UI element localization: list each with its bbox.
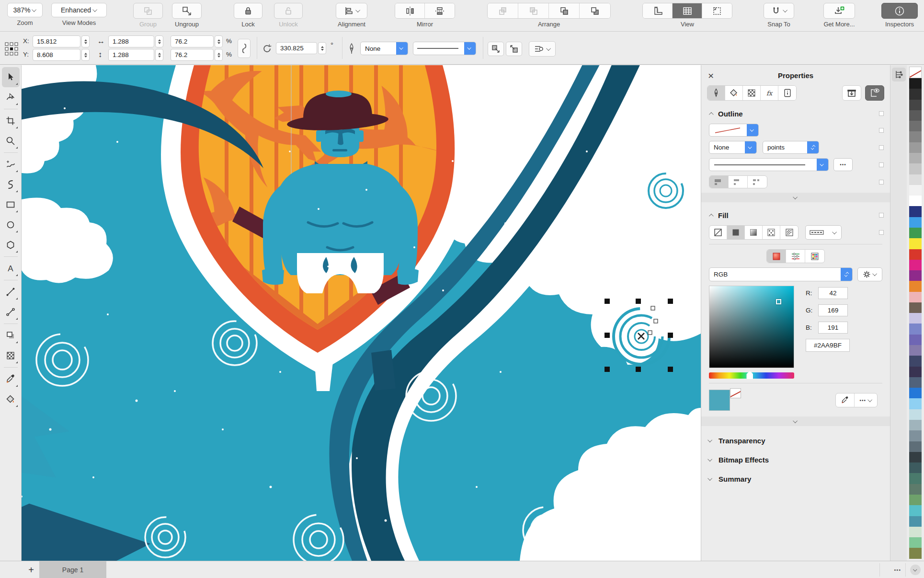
palette-swatch[interactable] [909,537,922,548]
tab-summary[interactable] [778,86,796,100]
fill-expand-bar[interactable] [701,416,890,426]
crop-tool[interactable] [2,111,20,131]
anchor-point-selector[interactable] [4,41,19,57]
palette-swatch[interactable] [909,100,922,110]
hex-input[interactable]: #2AA9BF [806,339,850,352]
palette-swatch[interactable] [909,324,922,334]
fill-tool[interactable] [2,389,20,409]
fill-checkbox[interactable] [879,213,884,218]
palette-swatch[interactable] [909,270,922,281]
height-stepper[interactable] [155,49,163,61]
palette-swatch[interactable] [909,260,922,270]
palette-swatch[interactable] [909,196,922,206]
fountain-fill-button[interactable] [745,226,763,239]
palette-swatch[interactable] [909,516,922,527]
palette-swatch[interactable] [909,78,922,89]
palette-swatch[interactable] [909,121,922,131]
outline-checkbox[interactable] [879,111,884,116]
height-input[interactable]: 1.288 [108,49,154,61]
hue-slider-handle[interactable] [746,371,753,379]
palette-swatch[interactable] [909,335,922,345]
fill-picker-dropdown[interactable] [805,225,842,240]
g-input[interactable]: 169 [818,304,848,316]
palette-swatch[interactable] [909,398,922,409]
dock-panel-button[interactable] [892,68,906,81]
corner-style-3-button[interactable] [748,176,767,188]
width-input[interactable]: 1.288 [108,35,154,47]
curve-tool[interactable] [2,174,20,195]
outline-width-dropdown[interactable]: None [709,141,757,154]
color-settings-dropdown[interactable] [857,267,882,281]
page-bar-more-button[interactable]: ••• [894,561,901,578]
palette-swatch[interactable] [909,292,922,302]
r-input[interactable]: 42 [818,287,848,299]
mirror-vertical-button[interactable] [425,3,455,18]
palette-swatch[interactable] [909,441,922,452]
color-model-dropdown[interactable]: RGB [709,267,853,281]
palette-swatch[interactable] [909,313,922,324]
palette-swatch[interactable] [909,473,922,484]
palette-swatch[interactable] [909,495,922,505]
palette-swatch[interactable] [909,548,922,558]
fill-section-header[interactable]: Fill [701,207,890,223]
no-fill-button[interactable] [709,226,727,239]
tab-effects[interactable]: fx [761,86,778,100]
palette-swatch[interactable] [909,249,922,260]
unlock-button[interactable] [274,3,303,19]
palette-swatch[interactable] [909,174,922,185]
outline-line-style-dropdown[interactable] [709,124,759,137]
x-stepper[interactable] [81,35,90,47]
to-front-button[interactable] [488,3,518,18]
get-more-button[interactable] [823,3,855,19]
palette-swatch[interactable] [909,206,922,217]
rulers-button[interactable] [643,3,673,18]
palette-swatch[interactable] [909,388,922,398]
palette-swatch[interactable] [909,131,922,142]
rotation-stepper[interactable] [318,42,326,54]
polygon-tool[interactable] [2,235,20,255]
palette-swatch[interactable] [909,527,922,537]
wrap-back-button[interactable] [506,42,522,56]
object-options-dropdown[interactable] [529,41,556,57]
tab-fill[interactable] [725,86,743,100]
saturation-value-field[interactable] [709,286,794,368]
wrap-front-button[interactable] [488,42,504,56]
palette-swatch[interactable] [909,89,922,99]
line-style-dropdown[interactable] [413,42,476,55]
page-tab[interactable]: Page 1 [39,561,106,578]
palette-swatch[interactable] [909,110,922,121]
pick-tool[interactable] [2,67,20,87]
scale-height-input[interactable]: 76.2 [171,49,214,61]
palette-no-color-swatch[interactable] [909,67,922,78]
palette-swatch[interactable] [909,185,922,196]
rectangle-tool[interactable] [2,195,20,215]
connector-tool[interactable] [2,302,20,322]
palette-swatch[interactable] [909,462,922,473]
palette-swatch[interactable] [909,345,922,356]
lock-ratio-button[interactable] [238,39,251,58]
transparency-section-header[interactable]: Transparency [701,431,890,450]
palette-swatch[interactable] [909,163,922,174]
palette-swatch[interactable] [909,302,922,313]
forward-one-button[interactable] [518,3,549,18]
x-input[interactable]: 15.812 [33,35,80,47]
color-viewer-button[interactable] [767,250,786,263]
palette-swatch[interactable] [909,367,922,377]
group-button[interactable] [133,3,163,19]
alignment-dropdown[interactable] [336,3,367,19]
ellipse-tool[interactable] [2,215,20,235]
palette-swatch[interactable] [909,228,922,238]
swatch-options-dropdown[interactable]: ••• [855,393,877,407]
mirror-horizontal-button[interactable] [395,3,425,18]
shape-tool[interactable] [2,87,20,107]
current-fill-swatch[interactable] [709,390,730,411]
texture-fill-button[interactable] [780,226,798,239]
outline-style-dropdown[interactable]: None [360,42,408,55]
palette-swatch[interactable] [909,153,922,163]
export-button[interactable] [842,85,861,101]
palette-scroll-button[interactable] [910,565,921,575]
outline-dash-checkbox[interactable] [879,162,884,167]
palette-swatch[interactable] [909,430,922,441]
width-stepper[interactable] [155,35,163,47]
outline-expand-bar[interactable] [701,193,890,202]
